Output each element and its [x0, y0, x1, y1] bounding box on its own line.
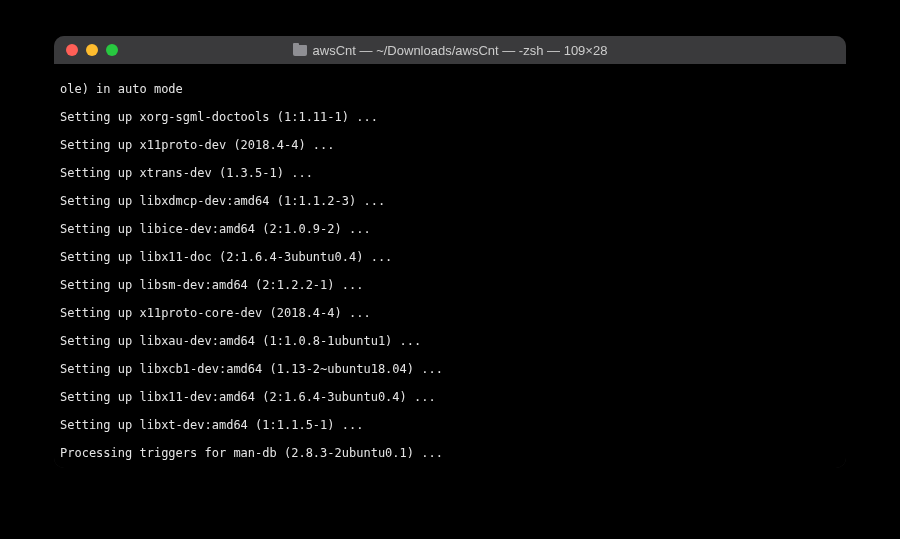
output-line: Setting up libxdmcp-dev:amd64 (1:1.1.2-3… [60, 194, 840, 208]
output-line: Setting up xtrans-dev (1.3.5-1) ... [60, 166, 840, 180]
output-line: Setting up libx11-doc (2:1.6.4-3ubuntu0.… [60, 250, 840, 264]
close-icon[interactable] [66, 44, 78, 56]
output-line: Setting up libice-dev:amd64 (2:1.0.9-2) … [60, 222, 840, 236]
output-line: Setting up x11proto-dev (2018.4-4) ... [60, 138, 840, 152]
output-line: ole) in auto mode [60, 82, 840, 96]
output-line: Processing triggers for man-db (2.8.3-2u… [60, 446, 840, 460]
output-line: Setting up xorg-sgml-doctools (1:1.11-1)… [60, 110, 840, 124]
titlebar[interactable]: awsCnt — ~/Downloads/awsCnt — -zsh — 109… [54, 36, 846, 64]
zoom-icon[interactable] [106, 44, 118, 56]
output-line: Setting up libxcb1-dev:amd64 (1.13-2~ubu… [60, 362, 840, 376]
output-line: Setting up x11proto-core-dev (2018.4-4) … [60, 306, 840, 320]
traffic-lights [54, 44, 118, 56]
window-title: awsCnt — ~/Downloads/awsCnt — -zsh — 109… [54, 43, 846, 58]
terminal-output[interactable]: ole) in auto mode Setting up xorg-sgml-d… [54, 64, 846, 468]
folder-icon [293, 45, 307, 56]
minimize-icon[interactable] [86, 44, 98, 56]
output-line: Setting up libx11-dev:amd64 (2:1.6.4-3ub… [60, 390, 840, 404]
terminal-window: awsCnt — ~/Downloads/awsCnt — -zsh — 109… [54, 36, 846, 468]
output-line: Setting up libxau-dev:amd64 (1:1.0.8-1ub… [60, 334, 840, 348]
output-line: Setting up libxt-dev:amd64 (1:1.1.5-1) .… [60, 418, 840, 432]
output-line: Setting up libsm-dev:amd64 (2:1.2.2-1) .… [60, 278, 840, 292]
window-title-text: awsCnt — ~/Downloads/awsCnt — -zsh — 109… [313, 43, 608, 58]
